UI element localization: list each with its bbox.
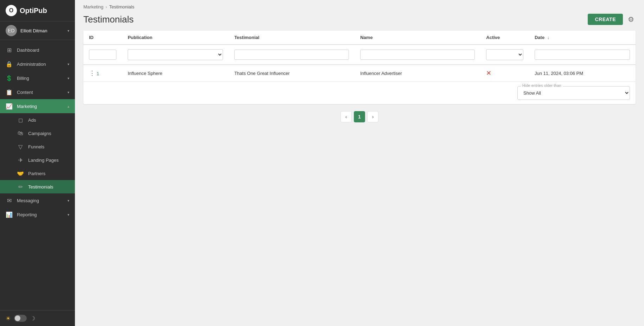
filter-active-cell: Yes No bbox=[480, 45, 529, 65]
messaging-icon: ✉ bbox=[6, 197, 13, 204]
hide-entries-label: Hide entries older than bbox=[521, 83, 563, 88]
logo-icon: O bbox=[6, 5, 17, 16]
user-menu[interactable]: ED Elliott Ditman ▾ bbox=[0, 21, 75, 40]
filter-publication-select[interactable] bbox=[128, 49, 223, 60]
sidebar-item-messaging[interactable]: ✉ Messaging ▾ bbox=[0, 193, 75, 207]
campaigns-icon: 🛍 bbox=[17, 130, 24, 137]
header-actions: CREATE ⚙ bbox=[588, 14, 636, 25]
landing-pages-icon: ✈ bbox=[17, 156, 24, 164]
reporting-icon: 📊 bbox=[6, 211, 13, 218]
sidebar-item-marketing[interactable]: 📈 Marketing ▴ bbox=[0, 99, 75, 113]
sidebar-item-reporting[interactable]: 📊 Reporting ▾ bbox=[0, 207, 75, 222]
user-name: Elliott Ditman bbox=[20, 28, 47, 33]
pagination-page-1[interactable]: 1 bbox=[354, 111, 365, 122]
sidebar-item-label: Messaging bbox=[17, 198, 39, 203]
sidebar-item-label: Administration bbox=[17, 62, 46, 67]
content-icon: 📋 bbox=[6, 89, 13, 96]
avatar: ED bbox=[6, 25, 17, 36]
sidebar-subitem-label: Campaigns bbox=[28, 131, 51, 136]
sidebar-subitem-label: Testimonials bbox=[28, 184, 53, 190]
col-header-name[interactable]: Name bbox=[355, 31, 480, 45]
row-publication: Influence Sphere bbox=[122, 65, 229, 82]
chevron-down-icon: ▾ bbox=[68, 213, 69, 217]
pagination: ‹ 1 › bbox=[75, 104, 644, 129]
testimonials-table-container: ID Publication Testimonial Name Active D… bbox=[83, 31, 636, 104]
toggle-knob bbox=[15, 315, 20, 321]
chevron-down-icon: ▾ bbox=[68, 199, 69, 203]
user-info: ED Elliott Ditman bbox=[6, 25, 47, 36]
col-header-id[interactable]: ID bbox=[83, 31, 122, 45]
table-header-row: ID Publication Testimonial Name Active D… bbox=[83, 31, 636, 45]
breadcrumb-parent[interactable]: Marketing bbox=[83, 4, 103, 9]
sidebar-item-ads[interactable]: ◻ Ads bbox=[0, 113, 75, 127]
billing-icon: 💲 bbox=[6, 75, 13, 82]
filter-publication-cell bbox=[122, 45, 229, 65]
create-button[interactable]: CREATE bbox=[588, 14, 623, 25]
chevron-down-icon: ▾ bbox=[68, 90, 69, 94]
sidebar-item-testimonials[interactable]: ✏ Testimonials bbox=[0, 180, 75, 193]
sidebar-item-campaigns[interactable]: 🛍 Campaigns bbox=[0, 127, 75, 140]
sidebar-subitem-label: Partners bbox=[28, 171, 45, 176]
sidebar-item-billing[interactable]: 💲 Billing ▾ bbox=[0, 71, 75, 85]
breadcrumb-current: Testimonials bbox=[109, 4, 134, 9]
page-header: Testimonials CREATE ⚙ bbox=[75, 14, 644, 31]
marketing-icon: 📈 bbox=[6, 103, 13, 110]
hide-entries-select[interactable]: Show All 1 month 3 months 6 months 1 yea… bbox=[517, 86, 630, 100]
sidebar-item-label: Reporting bbox=[17, 212, 37, 217]
theme-toggle[interactable] bbox=[14, 315, 27, 322]
sidebar-subitem-label: Funnels bbox=[28, 144, 44, 149]
ads-icon: ◻ bbox=[17, 116, 24, 123]
filter-name-input[interactable] bbox=[360, 50, 475, 60]
hide-entries-area: Hide entries older than Show All 1 month… bbox=[83, 82, 636, 104]
sidebar-item-dashboard[interactable]: ⊞ Dashboard bbox=[0, 43, 75, 57]
sidebar-subitem-label: Ads bbox=[28, 117, 36, 123]
hide-entries-wrapper: Hide entries older than Show All 1 month… bbox=[517, 86, 630, 100]
pagination-next-button[interactable]: › bbox=[367, 111, 378, 122]
row-actions-menu[interactable]: ⋮ bbox=[89, 70, 95, 77]
table-filter-row: Yes No bbox=[83, 45, 636, 65]
filter-active-select[interactable]: Yes No bbox=[486, 49, 523, 60]
sidebar-item-funnels[interactable]: ▽ Funnels bbox=[0, 140, 75, 153]
testimonials-table: ID Publication Testimonial Name Active D… bbox=[83, 31, 636, 82]
partners-icon: 🤝 bbox=[17, 170, 24, 177]
breadcrumb: Marketing › Testimonials bbox=[75, 0, 644, 14]
main-content: Marketing › Testimonials Testimonials CR… bbox=[75, 0, 644, 326]
breadcrumb-separator: › bbox=[106, 4, 107, 9]
row-date: Jun 11, 2024, 03:06 PM bbox=[529, 65, 636, 82]
col-header-date[interactable]: Date ↓ bbox=[529, 31, 636, 45]
app-logo: O OptiPub bbox=[0, 0, 75, 21]
inactive-icon: ✕ bbox=[486, 70, 491, 77]
filter-testimonial-cell bbox=[229, 45, 355, 65]
row-id-link[interactable]: 1 bbox=[97, 71, 99, 76]
col-header-testimonial[interactable]: Testimonial bbox=[229, 31, 355, 45]
row-testimonial: Thats One Great Influencer bbox=[229, 65, 355, 82]
sidebar-item-landing-pages[interactable]: ✈ Landing Pages bbox=[0, 153, 75, 167]
sidebar-subitem-label: Landing Pages bbox=[28, 158, 59, 163]
chevron-down-icon: ▾ bbox=[68, 62, 69, 66]
sidebar-nav: ⊞ Dashboard 🔒 Administration ▾ 💲 Billing… bbox=[0, 40, 75, 310]
page-title: Testimonials bbox=[83, 14, 134, 25]
sidebar-item-partners[interactable]: 🤝 Partners bbox=[0, 167, 75, 180]
row-name: Influencer Advertiser bbox=[355, 65, 480, 82]
filter-date-cell bbox=[529, 45, 636, 65]
settings-icon[interactable]: ⚙ bbox=[626, 14, 636, 25]
col-header-publication[interactable]: Publication bbox=[122, 31, 229, 45]
filter-id-input[interactable] bbox=[89, 50, 116, 60]
filter-date-input[interactable] bbox=[535, 50, 630, 60]
filter-name-cell bbox=[355, 45, 480, 65]
sidebar-item-content[interactable]: 📋 Content ▾ bbox=[0, 85, 75, 99]
pagination-prev-button[interactable]: ‹ bbox=[340, 111, 352, 122]
dashboard-icon: ⊞ bbox=[6, 46, 13, 53]
col-header-active[interactable]: Active bbox=[480, 31, 529, 45]
chevron-up-icon: ▴ bbox=[68, 104, 69, 108]
row-active: ✕ bbox=[480, 65, 529, 82]
theme-switcher: ☀ ☽ bbox=[0, 310, 75, 326]
chevron-down-icon: ▾ bbox=[68, 29, 69, 33]
row-actions-cell: ⋮ 1 bbox=[83, 65, 122, 82]
lock-icon: 🔒 bbox=[6, 60, 13, 68]
sun-icon: ☀ bbox=[6, 315, 11, 322]
app-name: OptiPub bbox=[20, 7, 47, 15]
sidebar-item-administration[interactable]: 🔒 Administration ▾ bbox=[0, 57, 75, 71]
filter-testimonial-input[interactable] bbox=[234, 50, 349, 60]
funnels-icon: ▽ bbox=[17, 143, 24, 150]
